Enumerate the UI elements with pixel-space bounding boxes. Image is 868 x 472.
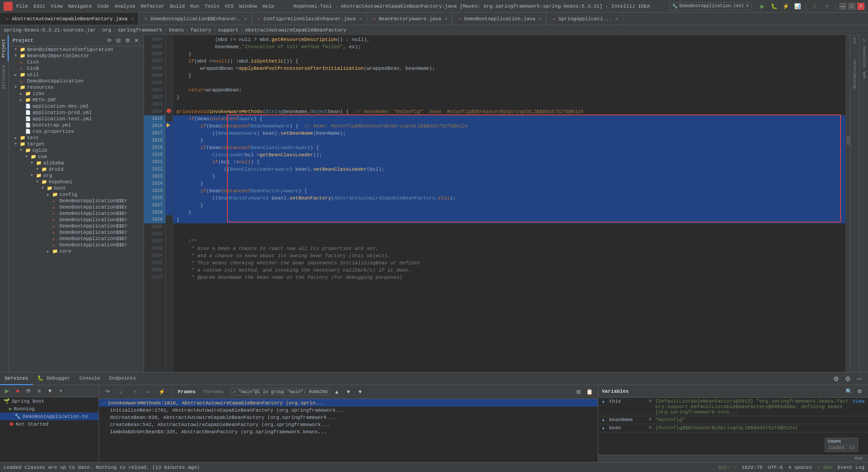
step-out-button[interactable]: ↑	[130, 387, 140, 397]
frame-item[interactable]: createBean:542, AbstractAutowireCapableB…	[99, 421, 598, 428]
tree-item[interactable]: ▼ 📁 cglib	[9, 147, 144, 154]
indent-indicator[interactable]: 4 spaces	[788, 465, 812, 470]
tree-item[interactable]: ☕ DemoBootApplication$$EnhancerByS	[9, 229, 144, 236]
maximize-button[interactable]: □	[848, 3, 855, 10]
panel-tab-endpoints[interactable]: Endpoints	[104, 372, 140, 385]
debug-button[interactable]: 🐛	[769, 1, 779, 11]
tab-close-button[interactable]: ✕	[539, 16, 542, 22]
bc-jar[interactable]: spring-beans-5.3.21-sources.jar	[4, 27, 96, 33]
editor-scrollbar[interactable]	[845, 35, 850, 372]
menu-window[interactable]: Window	[239, 4, 257, 9]
service-add-button[interactable]: +	[56, 386, 66, 396]
service-spring-boot[interactable]: 🌱 Spring Boot	[0, 397, 99, 405]
tree-item[interactable]: ▶ 📁 test	[9, 135, 144, 141]
service-demo-boot[interactable]: 🔧 DemoBootApplication-te	[0, 413, 99, 420]
tree-item[interactable]: ▼ 📁 hopehomi	[9, 179, 144, 185]
tree-item[interactable]: ☕ DemoBootApplication$$EnhancerByS	[9, 223, 144, 229]
service-running[interactable]: ▶ Running	[0, 405, 99, 413]
memory-indicator[interactable]: Mem	[853, 456, 864, 461]
menu-edit[interactable]: Edit	[33, 4, 45, 9]
service-restart-button[interactable]: ⟳	[23, 386, 33, 396]
tree-item[interactable]: 📄 application-test.yml	[9, 116, 144, 122]
tab-demo-boot-app[interactable]: ☕ DemoBootApplication.java ✕	[452, 13, 547, 25]
menu-help[interactable]: Help	[262, 4, 274, 9]
tree-item[interactable]: 📄 application-dev.yml	[9, 103, 144, 109]
tab-config-enhancer[interactable]: ☕ ConfigurationClassEnhancer.java ✕	[252, 13, 367, 25]
run-config-dropdown[interactable]: ▼	[746, 4, 749, 9]
var-item-this[interactable]: ● this = {DefaultListableBeanFactory@391…	[598, 398, 868, 416]
menu-refactor[interactable]: Refactor	[141, 4, 165, 9]
service-stop-button[interactable]: ■	[13, 386, 23, 396]
frame-item[interactable]: doCreateBean:620, AbstractAutowireCapabl…	[99, 414, 598, 421]
step-over-button[interactable]: ↷	[103, 387, 113, 397]
frame-item[interactable]: lambda$doGetBean$0:335, AbstractBeanFact…	[99, 428, 598, 436]
tree-item[interactable]: ☕ DemoBootApplication$$EnhancerByS	[9, 242, 144, 248]
favorites-item-1[interactable]: 2: Favorites	[861, 37, 867, 70]
tab-bean-factory-aware[interactable]: ☕ BeanFactoryAware.java ✕	[367, 13, 452, 25]
search-vars-button[interactable]: 🔍	[844, 386, 854, 396]
panel-tab-debugger[interactable]: 🐛 Debugger	[33, 372, 75, 385]
profile-button[interactable]: 📊	[792, 1, 802, 11]
run-to-cursor-button[interactable]: →	[143, 387, 153, 397]
thread-up-button[interactable]: ▲	[332, 387, 342, 397]
sort-vars-button[interactable]: ⚙	[854, 386, 864, 396]
settings-icon[interactable]: ⚙	[124, 37, 131, 44]
panel-tab-services[interactable]: Services	[0, 372, 33, 385]
tree-item[interactable]: ▼ 📁 BeansByImportSelector	[9, 53, 144, 59]
menu-code[interactable]: Code	[97, 4, 109, 9]
tab-close-button[interactable]: ✕	[615, 16, 618, 22]
minimize-button[interactable]: —	[839, 3, 846, 10]
bc-springframework[interactable]: springframework	[118, 27, 163, 33]
tab-close-button[interactable]: ✕	[131, 16, 134, 22]
sidebar-tab-project[interactable]: Project	[0, 35, 9, 61]
tree-item[interactable]: ▼ 📁 BeanByImportAutoConfiguration	[9, 46, 144, 53]
var-item-bean[interactable]: ● bean = {MyConfig$$EnhancerBySpringCGLI…	[598, 424, 868, 432]
tree-item[interactable]: ▼ 📁 druid	[9, 166, 144, 172]
tree-item[interactable]: ▶ 📁 core	[9, 248, 144, 254]
menu-navigate[interactable]: Navigate	[68, 4, 92, 9]
evaluate-button[interactable]: ⚡	[157, 387, 167, 397]
view-button[interactable]: View	[853, 399, 864, 404]
tree-item[interactable]: ▼ 📁 resources	[9, 84, 144, 91]
tree-item[interactable]: ▶ 📁 i18n	[9, 91, 144, 97]
tree-item[interactable]: 📄 application-prod.yml	[9, 109, 144, 116]
tree-item[interactable]: ▼ 📁 boot	[9, 185, 144, 191]
run-button[interactable]: ▶	[757, 1, 767, 11]
export-button[interactable]: ⊞	[574, 387, 583, 397]
tree-item[interactable]: ☕ DemoBootApplication$$EnhancerBy	[9, 198, 144, 204]
thread-down-button[interactable]: ▼	[344, 387, 353, 397]
tree-item[interactable]: ▶ 📁 util	[9, 72, 144, 78]
tree-item[interactable]: ▶ 📁 config	[9, 191, 144, 198]
tree-item[interactable]: ☕ DemoBootApplication	[9, 78, 144, 84]
tab-close-button[interactable]: ✕	[359, 16, 362, 22]
tree-item[interactable]: ▼ 📁 target	[9, 141, 144, 147]
tab-close-button[interactable]: ✕	[445, 16, 448, 22]
tree-item[interactable]: ▶ 📁 META-INF	[9, 97, 144, 103]
code-content[interactable]: (mbd != null ? mbd.getResourceDescriptio…	[173, 35, 845, 372]
sync-button[interactable]: ⟳	[106, 37, 113, 44]
service-run-button[interactable]: ▶	[2, 386, 12, 396]
thread-selector[interactable]: ✓ "main"@1 in group "main": RUNNING	[231, 388, 330, 395]
menu-view[interactable]: View	[51, 4, 63, 9]
tree-item[interactable]: 📄 bootstrap.yml	[9, 122, 144, 128]
tree-item[interactable]: 📄 run.properties	[9, 128, 144, 135]
menu-file[interactable]: File	[16, 4, 28, 9]
copy-button[interactable]: 📋	[584, 387, 594, 397]
thread-filter-button[interactable]: ▼	[355, 387, 365, 397]
panel-gear-button[interactable]: ⚙	[843, 374, 853, 384]
rest-services-icon[interactable]: RestServices	[853, 59, 857, 89]
menu-tools[interactable]: Tools	[204, 4, 219, 9]
var-item-beanname[interactable]: ● beanName = "myConfig"	[598, 416, 868, 424]
tab-close-button[interactable]: ✕	[244, 16, 247, 22]
frame-item[interactable]: ✓ invokeAwareMethods:1816, AbstractAutow…	[99, 399, 598, 407]
bc-factory[interactable]: factory	[190, 27, 211, 33]
close-button[interactable]: ✕	[857, 3, 864, 10]
collapse-button[interactable]: ⊟	[115, 37, 122, 44]
panel-settings-button[interactable]: ⚙	[831, 374, 841, 384]
tree-item[interactable]: ☕ DemoBootApplication$$EnhancerByS	[9, 204, 144, 210]
menu-build[interactable]: Build	[170, 4, 185, 9]
tree-item[interactable]: ☕ CicB	[9, 65, 144, 72]
bc-org[interactable]: org	[102, 27, 111, 33]
code-editor[interactable]: 1884 1885 1886 1887 1888 1889 1810 1811 …	[144, 35, 850, 372]
bc-support[interactable]: support	[218, 27, 239, 33]
